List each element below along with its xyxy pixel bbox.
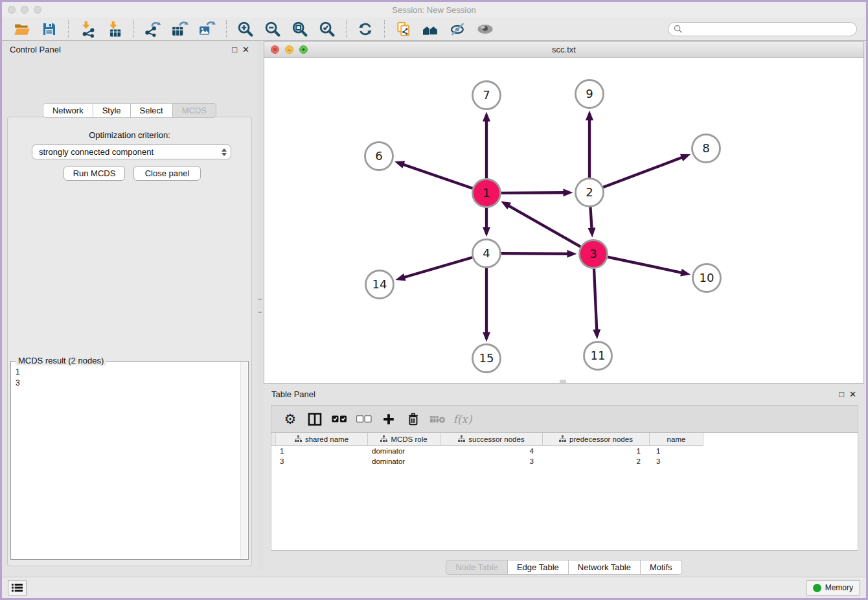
export-network-icon[interactable] — [143, 20, 163, 38]
tab-edge-table[interactable]: Edge Table — [508, 560, 569, 575]
cell-successor-nodes[interactable]: 4 — [440, 446, 543, 456]
graph-edge-1-6[interactable] — [402, 165, 472, 189]
delete-column-icon[interactable] — [404, 410, 423, 429]
import-table-icon[interactable] — [105, 20, 124, 38]
close-panel-icon[interactable]: ✕ — [242, 45, 249, 54]
table-row[interactable]: 3 dominator 3 2 3 — [271, 456, 703, 467]
search-field[interactable] — [668, 22, 857, 36]
export-image-icon[interactable] — [198, 20, 217, 38]
column-header-mcds-role[interactable]: MCDS role — [368, 433, 440, 445]
zoom-fit-icon[interactable] — [290, 20, 310, 38]
float-panel-icon[interactable]: □ — [232, 45, 237, 54]
show-all-icon[interactable] — [475, 20, 495, 38]
cell-predecessor-nodes[interactable]: 2 — [543, 456, 650, 467]
graph-edge-arrowhead — [563, 189, 573, 196]
network-canvas[interactable]: 7968124314101511 — [264, 58, 863, 383]
export-table-icon[interactable] — [170, 20, 190, 38]
graph-edge-3-10[interactable] — [608, 257, 682, 273]
network-window-titlebar[interactable]: ✕ − + scc.txt — [264, 42, 863, 58]
cell-name[interactable]: 3 — [650, 456, 703, 467]
import-network-icon[interactable] — [78, 20, 97, 38]
add-column-icon[interactable] — [379, 410, 398, 429]
cell-shared-name[interactable]: 1 — [276, 446, 368, 456]
cell-name[interactable]: 1 — [650, 446, 703, 456]
memory-button[interactable]: Memory — [806, 580, 860, 595]
tab-select[interactable]: Select — [131, 103, 173, 118]
close-panel-button[interactable]: Close panel — [133, 166, 201, 181]
network-graph[interactable]: 7968124314101511 — [264, 58, 863, 383]
zoom-out-icon[interactable] — [263, 20, 282, 38]
cell-mcds-role[interactable]: dominator — [368, 456, 440, 467]
zoom-view-button[interactable]: + — [299, 45, 308, 54]
mcds-result-item[interactable]: 1 — [16, 367, 239, 378]
search-input[interactable] — [685, 25, 851, 34]
task-history-button[interactable] — [8, 580, 27, 595]
close-view-button[interactable]: ✕ — [271, 45, 279, 54]
tab-motifs[interactable]: Motifs — [641, 560, 682, 575]
open-session-icon[interactable] — [12, 20, 32, 38]
close-panel-icon[interactable]: ✕ — [849, 390, 856, 398]
mcds-result-list[interactable]: 1 3 — [16, 367, 239, 558]
cell-predecessor-nodes[interactable]: 1 — [543, 446, 650, 456]
graph-edge-1-2[interactable] — [501, 192, 564, 193]
float-panel-icon[interactable]: □ — [839, 390, 844, 398]
table-toolbar: ⚙ f(x) — [271, 405, 858, 433]
graph-edge-2-3[interactable] — [590, 207, 591, 229]
graph-edge-arrowhead — [680, 269, 691, 277]
main-toolbar — [2, 17, 866, 41]
cell-successor-nodes[interactable]: 3 — [440, 456, 543, 467]
minimize-view-button[interactable]: − — [285, 45, 293, 54]
graph-node-label: 9 — [586, 87, 593, 100]
cell-mcds-role[interactable]: dominator — [368, 446, 440, 456]
column-tree-icon — [458, 435, 465, 443]
mcds-result-title: MCDS result (2 nodes) — [16, 356, 106, 365]
table-row[interactable]: 1 dominator 4 1 1 — [271, 446, 703, 456]
table-header-row: shared name MCDS role successor nodes pr… — [271, 433, 703, 446]
column-header-successor-nodes[interactable]: successor nodes — [440, 433, 543, 445]
column-label: name — [667, 435, 686, 443]
duplicate-network-icon[interactable] — [394, 20, 413, 38]
deselect-checkboxes-icon[interactable] — [354, 410, 374, 429]
zoom-in-icon[interactable] — [236, 20, 255, 38]
result-scrollbar[interactable] — [240, 362, 247, 559]
column-tree-icon — [380, 435, 387, 443]
tab-style[interactable]: Style — [93, 103, 131, 118]
hide-selected-icon[interactable] — [448, 20, 468, 38]
delete-table-icon[interactable] — [428, 410, 448, 429]
first-neighbors-icon[interactable] — [421, 20, 440, 38]
column-header-predecessor-nodes[interactable]: predecessor nodes — [543, 433, 650, 445]
canvas-drag-handle[interactable] — [560, 380, 566, 383]
column-label: MCDS role — [391, 435, 427, 443]
tab-mcds[interactable]: MCDS — [173, 103, 216, 118]
function-builder-icon[interactable]: f(x) — [453, 410, 472, 429]
tab-network-table[interactable]: Network Table — [569, 560, 641, 575]
window-title: Session: New Session — [2, 5, 866, 15]
mcds-result-box: MCDS result (2 nodes) 1 3 — [10, 361, 249, 560]
save-session-icon[interactable] — [40, 20, 59, 38]
split-columns-icon[interactable] — [305, 410, 325, 429]
graph-edge-2-8[interactable] — [603, 157, 683, 187]
cell-shared-name[interactable]: 3 — [276, 456, 368, 467]
graph-edge-arrowhead — [394, 161, 405, 168]
mcds-result-item[interactable]: 3 — [16, 378, 239, 389]
graph-edge-arrowhead — [593, 329, 600, 339]
graph-edge-4-14[interactable] — [404, 257, 472, 277]
settings-icon[interactable]: ⚙ — [280, 410, 300, 429]
panel-splitter[interactable] — [257, 41, 264, 570]
zoom-selected-icon[interactable] — [317, 20, 337, 38]
graph-edge-4-3[interactable] — [501, 253, 568, 254]
graph-edge-3-11[interactable] — [594, 268, 597, 330]
criterion-select[interactable]: strongly connected component — [32, 144, 231, 159]
memory-label: Memory — [825, 583, 853, 592]
column-header-name[interactable]: name — [650, 433, 703, 445]
graph-edge-3-1[interactable] — [508, 205, 580, 247]
graph-edge-arrowhead — [586, 111, 593, 121]
run-mcds-button[interactable]: Run MCDS — [63, 166, 125, 181]
refresh-icon[interactable] — [356, 20, 375, 38]
tab-node-table[interactable]: Node Table — [446, 560, 508, 575]
splitter-grip[interactable] — [258, 299, 262, 313]
select-all-checkboxes-icon[interactable] — [330, 410, 349, 429]
tab-network[interactable]: Network — [43, 103, 93, 118]
column-header-shared-name[interactable]: shared name — [276, 433, 368, 445]
node-table: shared name MCDS role successor nodes pr… — [271, 433, 858, 551]
